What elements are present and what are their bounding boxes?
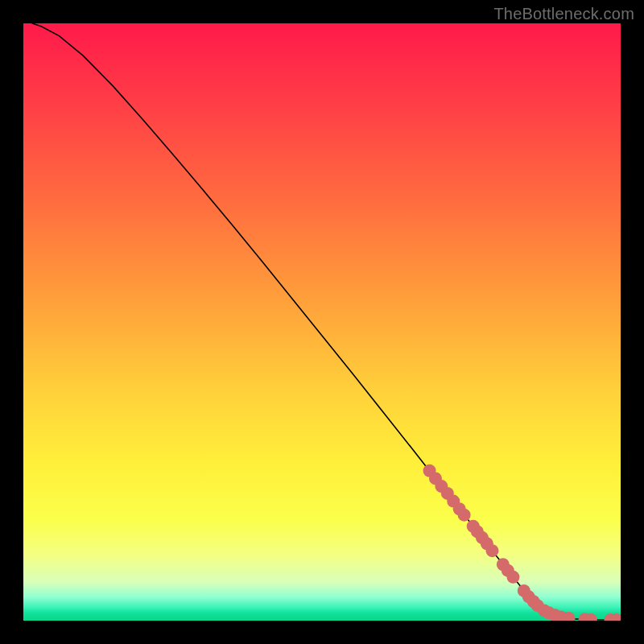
- plot-area: [23, 23, 621, 621]
- data-point: [458, 509, 471, 522]
- chart-overlay: [23, 23, 621, 621]
- data-point: [506, 571, 519, 584]
- chart-stage: TheBottleneck.com: [0, 0, 644, 644]
- curve-line: [32, 23, 621, 620]
- watermark-text: TheBottleneck.com: [493, 5, 634, 23]
- data-point: [485, 544, 498, 557]
- highlighted-points-group: [423, 464, 621, 621]
